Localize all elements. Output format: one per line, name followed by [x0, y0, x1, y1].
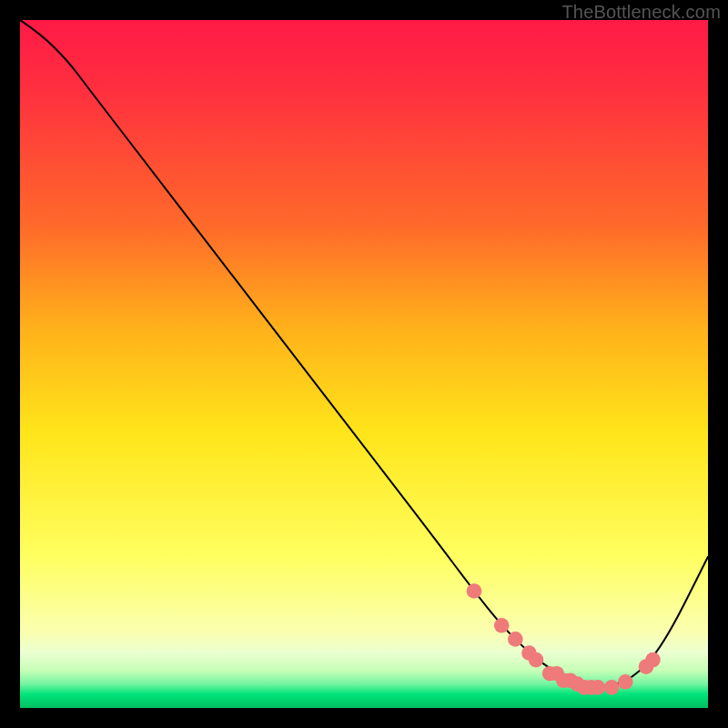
- marker-dot: [645, 652, 661, 668]
- chart-stage: TheBottleneck.com: [0, 0, 728, 728]
- marker-dot: [508, 632, 523, 647]
- marker-dot: [549, 666, 564, 682]
- marker-dot: [521, 645, 537, 661]
- marker-dot: [542, 666, 558, 682]
- marker-dot: [591, 680, 606, 695]
- plot-area: [20, 20, 708, 708]
- marker-dot: [583, 680, 599, 695]
- marker-dot: [618, 674, 633, 690]
- marker-dot: [467, 583, 482, 599]
- bottleneck-curve: [20, 20, 708, 687]
- marker-dot: [494, 618, 510, 633]
- curve-svg: [20, 20, 708, 708]
- marker-dot: [556, 672, 571, 688]
- marker-dot: [562, 672, 578, 688]
- marker-dot: [577, 680, 592, 695]
- marker-dot: [639, 659, 654, 674]
- marker-dot: [570, 676, 585, 692]
- marker-dot: [529, 652, 544, 668]
- marker-dot: [604, 680, 620, 695]
- marker-group: [467, 583, 661, 694]
